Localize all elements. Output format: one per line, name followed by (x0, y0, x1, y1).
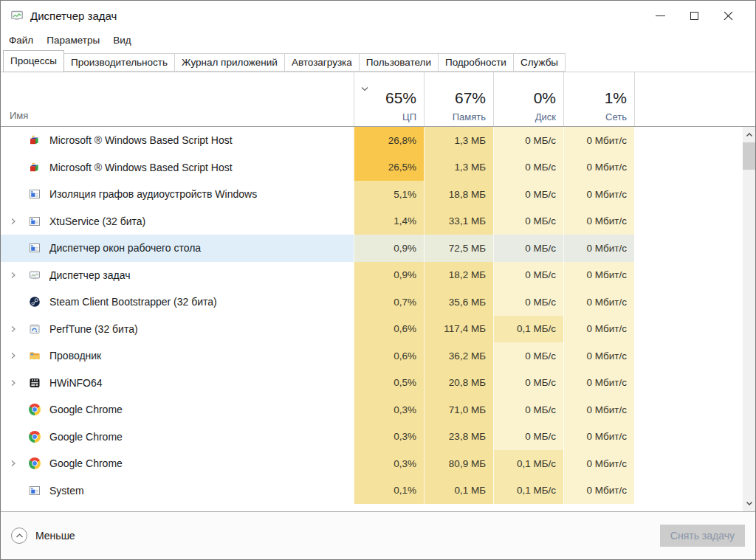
scroll-up-button[interactable] (743, 128, 755, 141)
mem-total-percent: 67% (455, 89, 486, 107)
column-header-name[interactable]: Имя (1, 72, 354, 126)
folder-icon (29, 350, 41, 362)
row-filler (634, 370, 755, 397)
disk-cell: 0 МБ/с (493, 208, 563, 235)
end-task-button[interactable]: Снять задачу (660, 525, 745, 547)
expand-chevron-box[interactable] (10, 379, 29, 387)
network-cell: 0 Мбит/с (563, 316, 634, 343)
network-cell: 0 Мбит/с (563, 181, 634, 208)
process-name-cell[interactable]: Steam Client Bootstrapper (32 бита) (1, 288, 354, 316)
process-row[interactable]: XtuService (32 бита) 1,4% 33,1 МБ 0 МБ/с… (1, 208, 755, 235)
cpu-total-percent: 65% (385, 89, 416, 107)
network-cell: 0 Мбит/с (563, 288, 634, 316)
memory-cell: 1,3 МБ (424, 154, 493, 182)
process-row[interactable]: Изоляция графов аудиоустройств Windows 5… (1, 181, 755, 208)
process-row[interactable]: Google Chrome 0,3% 23,8 МБ 0 МБ/с 0 Мбит… (1, 424, 755, 451)
process-row[interactable]: PerfTune (32 бита) 0,6% 117,4 МБ 0,1 МБ/… (1, 316, 755, 343)
process-row[interactable]: Microsoft ® Windows Based Script Host 26… (1, 154, 755, 182)
tab-details[interactable]: Подробности (438, 53, 514, 72)
disk-total-percent: 0% (534, 89, 556, 107)
expand-chevron-box[interactable] (10, 272, 29, 279)
process-name-cell[interactable]: Проводник (1, 342, 354, 370)
window-controls (643, 1, 755, 30)
column-header-disk[interactable]: 0%Диск (493, 72, 563, 126)
vertical-scrollbar[interactable] (743, 127, 755, 511)
net-total-percent: 1% (605, 89, 627, 107)
process-name: HWiNFO64 (49, 377, 103, 389)
network-cell: 0 Мбит/с (563, 424, 634, 451)
disk-cell: 0 МБ/с (493, 424, 563, 451)
process-name: Google Chrome (49, 457, 123, 469)
process-icon (29, 457, 41, 469)
tab-performance[interactable]: Производительность (63, 53, 175, 72)
cpu-cell: 0,5% (354, 370, 424, 397)
process-name-cell[interactable]: Изоляция графов аудиоустройств Windows (1, 181, 354, 208)
process-row[interactable]: Google Chrome 0,3% 80,9 МБ 0,1 МБ/с 0 Мб… (1, 450, 755, 477)
fewer-details-button[interactable]: Меньше (11, 528, 75, 544)
row-filler (634, 450, 755, 477)
disk-cell: 0,1 МБ/с (493, 477, 563, 505)
process-name-cell[interactable]: PerfTune (32 бита) (1, 316, 354, 343)
tab-users[interactable]: Пользователи (359, 53, 439, 72)
menu-options[interactable]: Параметры (40, 32, 106, 48)
close-button[interactable] (711, 1, 745, 30)
tab-app-history[interactable]: Журнал приложений (174, 53, 285, 72)
expand-chevron-box[interactable] (10, 325, 29, 333)
app-window-icon (29, 188, 41, 200)
maximize-button[interactable] (677, 1, 711, 30)
network-cell: 0 Мбит/с (563, 370, 634, 397)
menu-view[interactable]: Вид (106, 32, 137, 48)
process-name-cell[interactable]: Google Chrome (1, 424, 354, 451)
process-name-cell[interactable]: Google Chrome (1, 450, 354, 477)
tab-processes[interactable]: Процессы (3, 50, 64, 72)
process-row[interactable]: Steam Client Bootstrapper (32 бита) 0,7%… (1, 288, 755, 316)
title-bar: Диспетчер задач (1, 1, 755, 30)
process-name: Проводник (49, 350, 101, 362)
expand-chevron-box[interactable] (10, 460, 29, 467)
cpu-cell: 0,1% (354, 477, 424, 505)
tab-strip: ПроцессыПроизводительностьЖурнал приложе… (1, 49, 755, 72)
process-row[interactable]: Google Chrome 0,3% 71,0 МБ 0 МБ/с 0 Мбит… (1, 396, 755, 424)
process-name: System (49, 485, 84, 497)
tab-startup[interactable]: Автозагрузка (284, 53, 360, 72)
process-row[interactable]: Microsoft ® Windows Based Script Host 26… (1, 127, 755, 154)
process-name: Microsoft ® Windows Based Script Host (49, 162, 233, 173)
row-filler (634, 235, 755, 262)
network-cell: 0 Мбит/с (563, 396, 634, 424)
process-row[interactable]: Диспетчер окон рабочего стола 0,9% 72,5 … (1, 235, 755, 262)
scrollbar-thumb[interactable] (743, 142, 755, 170)
column-header-net[interactable]: 1%Сеть (563, 72, 634, 126)
process-row[interactable]: Диспетчер задач 0,9% 18,2 МБ 0 МБ/с 0 Мб… (1, 262, 755, 289)
process-name-cell[interactable]: Google Chrome (1, 396, 354, 424)
expand-chevron-box[interactable] (10, 352, 29, 359)
process-name-cell[interactable]: Диспетчер окон рабочего стола (1, 235, 354, 262)
column-header-cpu[interactable]: 65%ЦП (354, 72, 424, 126)
chrome-icon (29, 431, 41, 443)
expand-chevron-box[interactable] (10, 218, 29, 225)
sort-chevron-icon (360, 82, 369, 95)
process-name-cell[interactable]: Microsoft ® Windows Based Script Host (1, 154, 354, 182)
disk-cell: 0 МБ/с (493, 262, 563, 289)
process-name-cell[interactable]: XtuService (32 бита) (1, 208, 354, 235)
process-name-cell[interactable]: HWiNFO64 (1, 370, 354, 397)
process-row[interactable]: HWiNFO64 0,5% 20,8 МБ 0 МБ/с 0 Мбит/с (1, 370, 755, 397)
row-filler (634, 154, 755, 182)
process-row[interactable]: Проводник 0,6% 36,2 МБ 0 МБ/с 0 Мбит/с (1, 342, 755, 370)
app-window-icon (29, 485, 41, 497)
network-cell: 0 Мбит/с (563, 450, 634, 477)
process-name-cell[interactable]: Диспетчер задач (1, 262, 354, 289)
tab-services[interactable]: Службы (513, 53, 566, 72)
process-name-cell[interactable]: System (1, 477, 354, 505)
memory-cell: 20,8 МБ (424, 370, 493, 397)
row-filler (634, 396, 755, 424)
scroll-down-button[interactable] (743, 497, 755, 510)
disk-cell: 0 МБ/с (493, 154, 563, 182)
row-filler (634, 424, 755, 451)
column-header-mem[interactable]: 67%Память (424, 72, 493, 126)
menu-file[interactable]: Файл (2, 32, 40, 48)
process-name-cell[interactable]: Microsoft ® Windows Based Script Host (1, 127, 354, 154)
process-table: Microsoft ® Windows Based Script Host 26… (1, 127, 755, 512)
process-row[interactable]: System 0,1% 0,1 МБ 0,1 МБ/с 0 Мбит/с (1, 477, 755, 505)
minimize-button[interactable] (643, 1, 677, 30)
minimize-icon (656, 15, 665, 16)
